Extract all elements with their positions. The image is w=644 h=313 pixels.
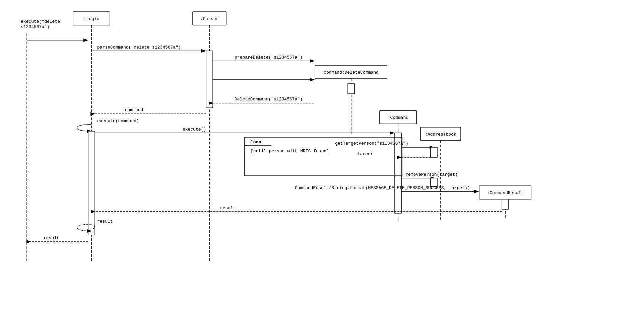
delete-command-label: command:DeleteCommand xyxy=(324,70,379,75)
msg-parse-label: parseCommand("delete s1234567a") xyxy=(97,45,181,50)
msg-execute2-label: execute() xyxy=(183,127,206,132)
msg-exec-cmd-self-arrow xyxy=(77,125,91,131)
addressbook-activation xyxy=(431,147,437,157)
cmd-result-label: :CommandResult xyxy=(487,190,523,195)
addressbook-label: :Addressbook xyxy=(425,132,456,137)
msg-remove-label: removePerson(target) xyxy=(405,172,458,177)
msg-result-self-label: result xyxy=(97,219,113,224)
loop-condition: [until person with NRIC found] xyxy=(251,149,329,154)
parser-activation xyxy=(206,51,213,108)
msg-get-target-label: getTargetPerson("s1234567a") xyxy=(335,141,408,146)
msg-target-label: target xyxy=(358,152,373,157)
sequence-diagram: :Logic :Parser command:DeleteCommand :Co… xyxy=(0,0,644,313)
cmd-result-activation xyxy=(502,199,509,209)
logic-activation xyxy=(88,131,95,235)
brace-indicator: } xyxy=(93,224,95,229)
delete-command-activation xyxy=(348,84,355,94)
msg-result-label: result xyxy=(220,206,236,211)
msg-execute-label2: s1234567a") xyxy=(21,24,50,29)
parser-label: :Parser xyxy=(200,16,219,21)
loop-label: loop xyxy=(251,140,261,145)
msg-prepare-label: prepareDelete("s1234567a") xyxy=(235,55,303,60)
msg-cmdresult-label: CommandResult(String.format(MESSAGE_DELE… xyxy=(295,185,470,190)
msg-execute-label: execute("delete xyxy=(21,19,60,24)
logic-label: :Logic xyxy=(84,16,100,21)
command-label: :Command xyxy=(388,115,408,120)
diagram-container: :Logic :Parser command:DeleteCommand :Co… xyxy=(0,0,644,313)
msg-final-result-label: result xyxy=(44,236,59,241)
msg-exec-cmd-label: execute(command) xyxy=(97,119,139,124)
msg-delete-cmd-label: DeleteCommand("s1234567a") xyxy=(235,97,303,102)
msg-command-label: command xyxy=(125,107,143,112)
